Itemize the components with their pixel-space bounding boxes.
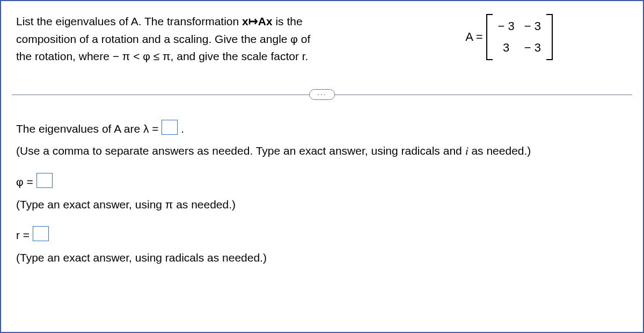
- right-bracket-icon: [546, 14, 553, 60]
- prompt-text: List the eigenvalues of A. The transform…: [16, 15, 242, 27]
- matrix-cell: − 3: [498, 19, 515, 33]
- matrix-cell: − 3: [524, 19, 541, 33]
- lambda-line: The eigenvalues of A are λ = .: [16, 119, 628, 139]
- matrix-display: A = − 3 − 3 3 − 3: [465, 14, 553, 60]
- phi-hint: (Type an exact answer, using π as needed…: [16, 195, 628, 214]
- phi-line: φ =: [16, 172, 628, 192]
- r-label: r =: [16, 229, 30, 241]
- r-input[interactable]: [33, 226, 49, 241]
- prompt-text: the rotation, where − π < φ ≤ π, and giv…: [16, 50, 308, 62]
- r-line: r =: [16, 226, 628, 245]
- section-divider: ···: [16, 89, 628, 100]
- top-section: List the eigenvalues of A. The transform…: [16, 13, 628, 66]
- expand-button[interactable]: ···: [309, 89, 335, 100]
- prompt-text: composition of a rotation and a scaling.…: [16, 33, 310, 45]
- matrix-grid: − 3 − 3 3 − 3: [493, 14, 546, 60]
- question-prompt: List the eigenvalues of A. The transform…: [16, 13, 444, 66]
- r-block: r = (Type an exact answer, using radical…: [16, 226, 628, 267]
- map-expression: x↦Ax: [242, 15, 273, 27]
- phi-label: φ =: [16, 176, 33, 188]
- matrix-label: A =: [465, 30, 482, 44]
- phi-block: φ = (Type an exact answer, using π as ne…: [16, 172, 628, 214]
- lambda-period: .: [181, 122, 184, 135]
- matrix-brackets: − 3 − 3 3 − 3: [486, 14, 553, 60]
- prompt-text: is the: [273, 15, 303, 27]
- lambda-label: The eigenvalues of A are λ =: [16, 122, 159, 135]
- matrix-cell: − 3: [524, 41, 541, 55]
- answers-section: The eigenvalues of A are λ = . (Use a co…: [16, 119, 628, 267]
- left-bracket-icon: [486, 14, 493, 60]
- lambda-input[interactable]: [162, 120, 178, 135]
- r-hint: (Type an exact answer, using radicals as…: [16, 248, 628, 267]
- matrix-cell: 3: [498, 41, 515, 55]
- question-card: List the eigenvalues of A. The transform…: [0, 0, 644, 333]
- phi-input[interactable]: [36, 173, 53, 188]
- lambda-hint: (Use a comma to separate answers as need…: [16, 141, 628, 161]
